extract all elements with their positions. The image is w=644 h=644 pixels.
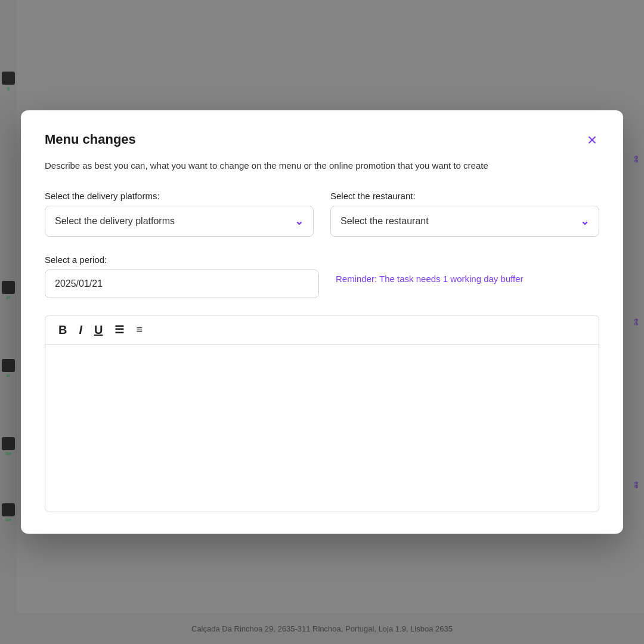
date-input[interactable] <box>45 270 319 298</box>
period-group: Select a period: <box>45 255 319 298</box>
delivery-platforms-chevron-icon: ⌄ <box>295 215 304 228</box>
ordered-list-button[interactable]: ☰ <box>110 322 129 338</box>
delivery-platforms-label: Select the delivery platforms: <box>45 191 314 201</box>
modal-title: Menu changes <box>45 132 136 147</box>
italic-button[interactable]: I <box>74 321 87 338</box>
restaurant-value: Select the restaurant <box>340 216 429 227</box>
modal-subtitle: Describe as best you can, what you want … <box>45 159 599 173</box>
underline-button[interactable]: U <box>89 321 107 338</box>
restaurant-group: Select the restaurant: Select the restau… <box>330 191 599 237</box>
restaurant-label: Select the restaurant: <box>330 191 599 201</box>
period-label: Select a period: <box>45 255 319 265</box>
rich-text-editor: B I U ☰ ≡ <box>45 315 599 512</box>
period-row: Select a period: Reminder: The task need… <box>45 255 599 298</box>
restaurant-dropdown[interactable]: Select the restaurant ⌄ <box>330 206 599 237</box>
unordered-list-button[interactable]: ≡ <box>131 322 147 338</box>
bold-button[interactable]: B <box>54 321 72 338</box>
modal-backdrop: Menu changes × Describe as best you can,… <box>0 0 644 644</box>
editor-body[interactable] <box>45 345 599 512</box>
restaurant-chevron-icon: ⌄ <box>580 215 589 228</box>
modal-header: Menu changes × <box>45 132 599 151</box>
selects-row: Select the delivery platforms: Select th… <box>45 191 599 237</box>
modal-dialog: Menu changes × Describe as best you can,… <box>21 110 623 534</box>
delivery-platforms-group: Select the delivery platforms: Select th… <box>45 191 314 237</box>
delivery-platforms-value: Select the delivery platforms <box>55 216 175 227</box>
close-button[interactable]: × <box>585 129 599 151</box>
delivery-platforms-dropdown[interactable]: Select the delivery platforms ⌄ <box>45 206 314 237</box>
editor-toolbar: B I U ☰ ≡ <box>45 315 599 345</box>
reminder-text: Reminder: The task needs 1 working day b… <box>336 255 599 286</box>
